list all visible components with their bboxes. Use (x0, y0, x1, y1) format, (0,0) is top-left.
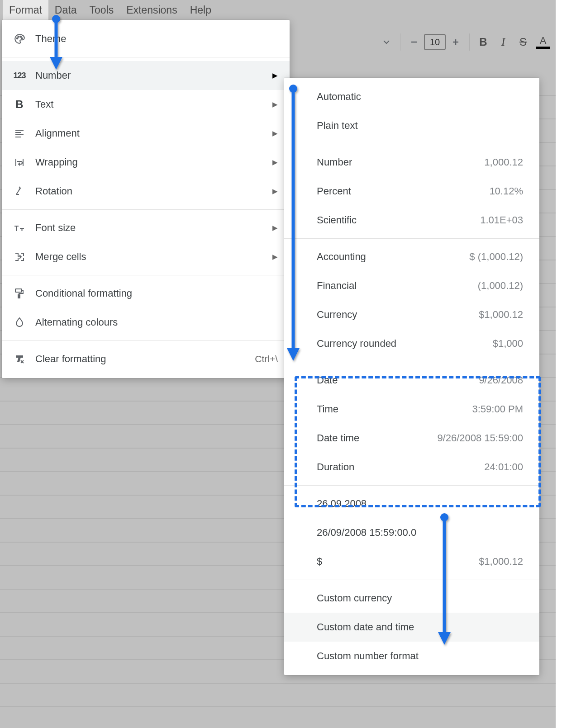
number-option-date[interactable]: Date 9/26/2008 (284, 366, 539, 395)
menu-item-label: Alternating colours (35, 317, 278, 328)
chevron-right-icon: ▶ (272, 253, 278, 261)
svg-rect-5 (18, 295, 20, 298)
option-example: 1.01E+03 (480, 214, 523, 226)
chevron-right-icon: ▶ (272, 100, 278, 109)
number-option-number[interactable]: Number 1,000.12 (284, 148, 539, 177)
option-example: 3:59:00 PM (472, 403, 523, 415)
option-example: 1,000.12 (484, 156, 523, 168)
option-label: Duration (317, 461, 354, 473)
menu-item-label: Rotation (35, 185, 268, 197)
option-example: $1,000.12 (479, 309, 523, 321)
option-label: Date (317, 374, 338, 386)
menu-help[interactable]: Help (184, 0, 218, 21)
number-option-duration[interactable]: Duration 24:01:00 (284, 453, 539, 482)
menu-item-label: Text (35, 99, 268, 110)
menu-item-label: Conditional formatting (35, 288, 278, 299)
menu-item-clear-formatting[interactable]: Clear formatting Ctrl+\ (2, 345, 290, 373)
number-option-financial[interactable]: Financial (1,000.12) (284, 271, 539, 300)
menu-item-conditional-formatting[interactable]: Conditional formatting (2, 279, 290, 308)
number-option-recent-1[interactable]: 26.09.2008 (284, 489, 539, 518)
align-left-icon (12, 128, 27, 139)
menu-extensions[interactable]: Extensions (120, 0, 184, 21)
chevron-right-icon: ▶ (272, 158, 278, 166)
menu-item-alternating-colours[interactable]: Alternating colours (2, 308, 290, 337)
option-label: 26.09.2008 (317, 498, 367, 510)
menu-item-font-size[interactable]: Font size ▶ (2, 213, 290, 242)
option-label: Custom number format (317, 650, 419, 662)
font-size-increase-button[interactable] (446, 33, 466, 52)
menu-item-wrapping[interactable]: Wrapping ▶ (2, 148, 290, 177)
option-label: Custom date and time (317, 621, 414, 633)
number-option-plain-text[interactable]: Plain text (284, 111, 539, 140)
option-label: Currency (317, 309, 357, 321)
number-option-date-time[interactable]: Date time 9/26/2008 15:59:00 (284, 424, 539, 453)
number-option-time[interactable]: Time 3:59:00 PM (284, 395, 539, 424)
option-label: Plain text (317, 120, 358, 132)
menu-item-label: Clear formatting (35, 353, 255, 365)
wrap-icon (12, 157, 27, 168)
option-example: 9/26/2008 (479, 374, 523, 386)
option-example: (1,000.12) (478, 280, 523, 292)
font-size-decrease-button[interactable] (404, 33, 424, 52)
option-example: $1,000.12 (479, 556, 523, 567)
format-menu: Theme 123 Number ▶ B Text ▶ Alignment ▶ … (2, 20, 290, 378)
option-label: Automatic (317, 91, 361, 103)
number-option-currency[interactable]: Currency $1,000.12 (284, 300, 539, 329)
menu-format[interactable]: Format (3, 0, 48, 21)
toolbar-dropdown-icon[interactable] (376, 33, 396, 52)
bold-button[interactable]: B (473, 33, 493, 52)
option-label: Currency rounded (317, 338, 396, 350)
toolbar-separator (469, 33, 470, 51)
number-option-custom-number-format[interactable]: Custom number format (284, 642, 539, 671)
svg-point-0 (17, 38, 18, 39)
strikethrough-button[interactable]: S (513, 33, 533, 52)
chevron-right-icon: ▶ (272, 129, 278, 137)
option-label: Financial (317, 280, 357, 292)
menu-item-text[interactable]: B Text ▶ (2, 90, 290, 119)
number-option-automatic[interactable]: Automatic (284, 82, 539, 111)
option-example: 10.12% (489, 185, 523, 197)
droplet-icon (12, 317, 27, 328)
number-option-recent-2[interactable]: 26/09/2008 15:59:00.0 (284, 518, 539, 547)
text-color-button[interactable]: A (533, 33, 553, 52)
number-icon: 123 (12, 71, 27, 80)
paint-roller-icon (12, 288, 27, 299)
svg-point-3 (21, 38, 23, 39)
number-option-custom-currency[interactable]: Custom currency (284, 584, 539, 613)
number-option-accounting[interactable]: Accounting $ (1,000.12) (284, 242, 539, 271)
font-size-input[interactable]: 10 (424, 34, 446, 50)
chevron-right-icon: ▶ (272, 71, 278, 80)
merge-cells-icon (12, 251, 27, 262)
menu-item-merge-cells[interactable]: Merge cells ▶ (2, 242, 290, 271)
svg-point-2 (20, 36, 21, 38)
number-option-scientific[interactable]: Scientific 1.01E+03 (284, 206, 539, 235)
option-label: Date time (317, 432, 359, 444)
menu-data[interactable]: Data (48, 0, 83, 21)
menu-item-number[interactable]: 123 Number ▶ (2, 61, 290, 90)
menu-tools[interactable]: Tools (83, 0, 120, 21)
svg-rect-4 (15, 289, 22, 292)
option-example: 9/26/2008 15:59:00 (437, 432, 523, 444)
option-label: Percent (317, 185, 351, 197)
number-option-recent-3[interactable]: $ $1,000.12 (284, 547, 539, 576)
number-option-currency-rounded[interactable]: Currency rounded $1,000 (284, 329, 539, 358)
option-label: $ (317, 556, 322, 567)
option-label: Scientific (317, 214, 357, 226)
shortcut-label: Ctrl+\ (255, 354, 278, 364)
number-option-custom-date-time[interactable]: Custom date and time (284, 613, 539, 642)
rotation-icon (12, 186, 27, 197)
option-example: $ (1,000.12) (469, 251, 523, 263)
font-size-icon (12, 222, 27, 233)
menu-item-rotation[interactable]: Rotation ▶ (2, 177, 290, 206)
option-label: Custom currency (317, 592, 392, 604)
menu-item-label: Theme (35, 33, 278, 45)
chevron-right-icon: ▶ (272, 224, 278, 232)
number-option-percent[interactable]: Percent 10.12% (284, 177, 539, 206)
menu-item-theme[interactable]: Theme (2, 24, 290, 53)
menu-item-label: Merge cells (35, 251, 268, 263)
italic-button[interactable]: I (493, 33, 513, 52)
menu-item-alignment[interactable]: Alignment ▶ (2, 119, 290, 148)
menubar: Format Data Tools Extensions Help (0, 0, 562, 20)
palette-icon (12, 33, 27, 45)
window-edge (556, 20, 562, 728)
